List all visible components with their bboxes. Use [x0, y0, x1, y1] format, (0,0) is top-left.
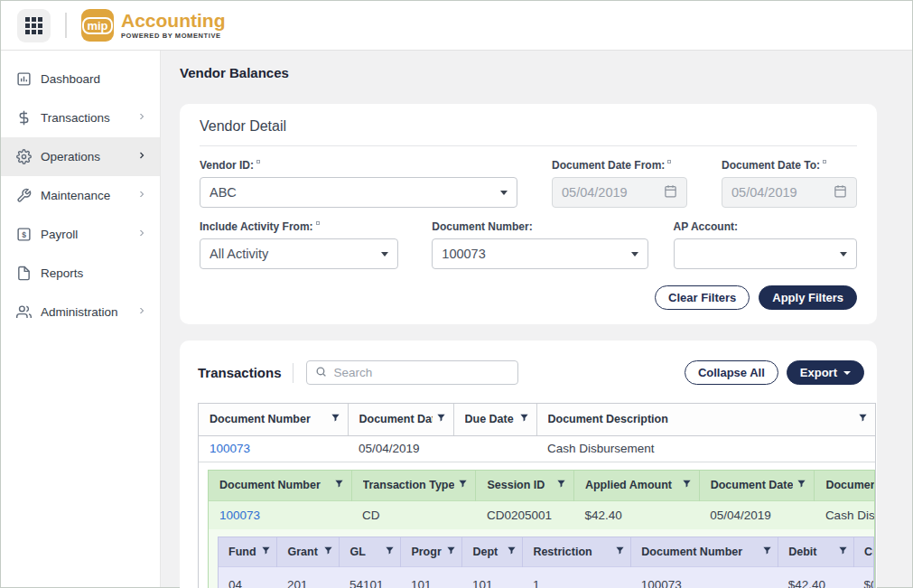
required-marker: [823, 160, 826, 163]
filter-icon[interactable]: [334, 479, 344, 491]
include-activity-field: Include Activity From: All Activity: [200, 220, 398, 269]
sidebar-item-operations[interactable]: Operations: [1, 137, 160, 176]
chevron-right-icon: [136, 228, 147, 241]
restriction-cell: 1: [523, 567, 631, 588]
sidebar-item-label: Reports: [41, 266, 147, 280]
users-icon: [15, 304, 32, 321]
col-fund[interactable]: Fund: [219, 537, 277, 567]
doc-date-from-input[interactable]: 05/04/2019: [552, 177, 687, 208]
col-document-description[interactable]: Document Description: [536, 404, 875, 435]
filter-icon[interactable]: [458, 479, 468, 491]
table-row: 04 201 54101 101 101 1 100073 $42.40 $0.: [219, 567, 874, 588]
chevron-down-icon: [843, 371, 851, 375]
document-number-link[interactable]: 100073: [210, 442, 250, 455]
col-debit[interactable]: Debit: [778, 537, 854, 567]
due-date-cell: [453, 435, 536, 462]
col-document-description[interactable]: Document Description: [815, 471, 875, 501]
col-document-date[interactable]: Document Date: [699, 471, 815, 501]
document-date-cell: 05/04/2019: [348, 435, 453, 462]
filter-icon[interactable]: [331, 413, 340, 425]
document-date-cell: 05/04/2019: [699, 501, 815, 529]
svg-text:$: $: [22, 230, 26, 239]
col-dept[interactable]: Dept: [462, 537, 523, 567]
transactions-card: Transactions Collapse All Export: [180, 341, 877, 588]
filter-icon[interactable]: [797, 479, 806, 491]
required-marker: [667, 160, 671, 163]
calendar-icon: [664, 184, 677, 201]
filter-icon[interactable]: [507, 546, 517, 558]
main-content: Vendor Balances Vendor Detail Vendor ID:…: [161, 51, 912, 587]
doc-date-to-input[interactable]: 05/04/2019: [722, 177, 857, 208]
filter-icon[interactable]: [682, 479, 692, 491]
filter-icon[interactable]: [519, 413, 529, 425]
ap-account-select[interactable]: [674, 238, 857, 269]
progr-cell: 101: [401, 567, 462, 588]
chevron-down-icon: [840, 252, 847, 257]
document-number-field: Document Number: 100073: [432, 220, 647, 269]
filter-icon[interactable]: [858, 413, 868, 425]
filter-icon[interactable]: [436, 413, 446, 425]
chevron-down-icon: [500, 191, 508, 195]
filter-icon[interactable]: [261, 546, 271, 558]
sidebar-item-label: Dashboard: [41, 72, 147, 86]
sidebar-item-reports[interactable]: Reports: [1, 254, 160, 293]
document-number-select[interactable]: 100073: [432, 238, 647, 269]
filter-icon[interactable]: [323, 546, 333, 558]
filter-icon[interactable]: [838, 546, 848, 558]
sidebar-item-label: Maintenance: [41, 189, 136, 202]
applied-transactions-table: Document Number Transaction Type Session…: [208, 470, 875, 588]
col-restriction[interactable]: Restriction: [523, 537, 631, 567]
brand-tagline: POWERED BY MOMENTIVE: [121, 32, 226, 40]
vendor-id-field: Vendor ID: ABC: [200, 159, 517, 208]
export-button[interactable]: Export: [787, 360, 864, 385]
filter-icon[interactable]: [762, 546, 772, 558]
table-header-row: Document Number Document Date Due Date D…: [199, 404, 875, 435]
vendor-id-select[interactable]: ABC: [200, 177, 517, 208]
col-due-date[interactable]: Due Date: [453, 404, 536, 435]
search-box: [306, 360, 518, 385]
col-gl[interactable]: GL: [340, 537, 401, 567]
document-number-cell: 100073: [631, 567, 778, 588]
col-session-id[interactable]: Session ID: [476, 471, 573, 501]
doc-date-from-value: 05/04/2019: [562, 185, 664, 200]
sidebar-item-maintenance[interactable]: Maintenance: [1, 176, 160, 215]
search-icon: [315, 365, 327, 381]
applied-amount-cell: $42.40: [573, 501, 699, 529]
ap-account-field: AP Account:: [674, 220, 857, 269]
document-icon: [15, 266, 32, 282]
col-applied-amount[interactable]: Applied Amount: [573, 471, 699, 501]
table-header-row: Document Number Transaction Type Session…: [209, 471, 875, 501]
sidebar-item-administration[interactable]: Administration: [1, 293, 160, 331]
document-number-link[interactable]: 100073: [219, 509, 260, 522]
document-description-cell: Cash Disbursement: [536, 435, 875, 462]
include-activity-select[interactable]: All Activity: [200, 238, 398, 269]
sidebar-item-label: Administration: [41, 305, 136, 319]
apply-filters-button[interactable]: Apply Filters: [759, 285, 857, 310]
sidebar-item-label: Operations: [41, 150, 136, 163]
col-document-number[interactable]: Document Number: [199, 404, 348, 435]
sidebar-item-transactions[interactable]: Transactions: [1, 98, 160, 137]
search-input[interactable]: [334, 366, 509, 379]
filter-icon[interactable]: [446, 546, 456, 558]
doc-date-to-value: 05/04/2019: [731, 185, 834, 200]
col-document-number[interactable]: Document Number: [209, 471, 351, 501]
app-grid-button[interactable]: [17, 9, 51, 42]
col-document-date[interactable]: Document Date: [348, 404, 453, 435]
filter-icon[interactable]: [615, 546, 625, 558]
dashboard-icon: [15, 71, 32, 88]
sidebar-item-label: Payroll: [41, 228, 136, 241]
col-grant[interactable]: Grant: [277, 537, 340, 567]
session-id-cell: CD0205001: [476, 501, 573, 529]
sidebar-item-payroll[interactable]: $ Payroll: [1, 215, 160, 254]
sidebar-item-dashboard[interactable]: Dashboard: [1, 60, 160, 98]
col-transaction-type[interactable]: Transaction Type: [351, 471, 476, 501]
sidebar: Dashboard Transactions Operations: [1, 51, 161, 587]
clear-filters-button[interactable]: Clear Filters: [655, 285, 750, 310]
vendor-detail-title: Vendor Detail: [200, 118, 857, 146]
col-credit[interactable]: Credit: [854, 537, 874, 567]
collapse-all-button[interactable]: Collapse All: [685, 360, 778, 385]
filter-icon[interactable]: [556, 479, 566, 491]
filter-icon[interactable]: [385, 546, 395, 558]
col-document-number[interactable]: Document Number: [631, 537, 778, 567]
col-progr[interactable]: Progr: [401, 537, 462, 567]
